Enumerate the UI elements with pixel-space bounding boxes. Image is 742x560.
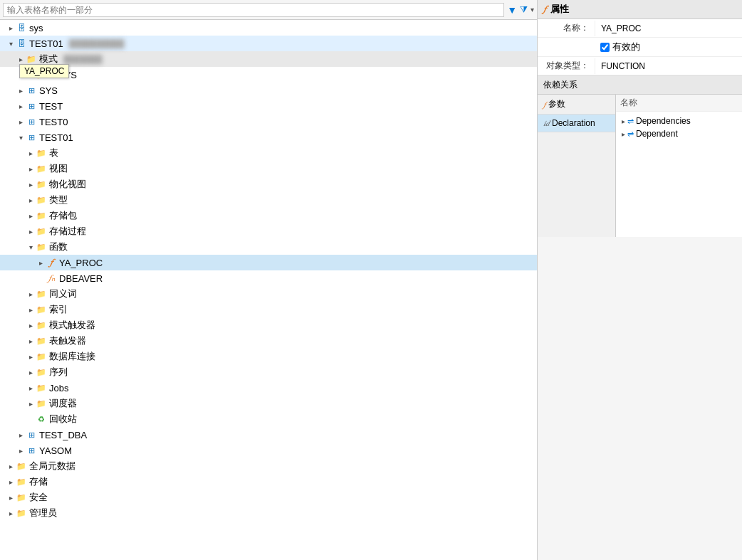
tree-node-admin[interactable]: ▸ 📁 管理员 xyxy=(0,505,537,521)
tree-label: 全局元数据 xyxy=(29,460,75,472)
tree-area[interactable]: ▸ 🗄 sys ▾ 🗄 TEST01 ██████████ ▸ 📁 模式 ███… xyxy=(0,20,537,560)
tree-node-security[interactable]: ▸ 📁 安全 xyxy=(0,490,537,505)
tree-label: 数据库连接 xyxy=(49,350,95,363)
db-icon: 🗄 xyxy=(16,22,27,33)
deps-item-1[interactable]: ▸ ⇌ Dependent xyxy=(619,127,739,140)
prop-row-valid: 有效的 xyxy=(538,38,742,57)
tree-node-yaproc[interactable]: ▸ 𝑓 YA_PROC xyxy=(0,255,537,270)
tree-node-schema[interactable]: ▸ 📁 模式 ███████ xyxy=(0,51,537,67)
expand-dblink[interactable]: ▸ xyxy=(26,353,36,361)
tree-node-test0[interactable]: ▸ ⊞ TEST0 xyxy=(0,114,537,130)
expand-proc[interactable]: ▸ xyxy=(26,228,36,236)
tree-label: 物化视图 xyxy=(49,178,86,191)
tree-node-global-meta[interactable]: ▸ 📁 全局元数据 xyxy=(0,458,537,474)
tree-node-sys2[interactable]: ▸ ⊞ SYS xyxy=(0,83,537,98)
expand-schema-trigger[interactable]: ▸ xyxy=(26,322,36,329)
folder-icon: 📁 xyxy=(36,366,47,378)
tree-node-yasom[interactable]: ▸ ⊞ YASOM xyxy=(0,443,537,458)
tree-node-sys[interactable]: ▸ 🗄 sys xyxy=(0,20,537,36)
expand-test[interactable]: ▸ xyxy=(16,102,26,110)
valid-checkbox[interactable] xyxy=(600,43,610,52)
folder-icon: 📁 xyxy=(36,226,47,237)
expand-package[interactable]: ▸ xyxy=(26,212,36,220)
dep-expand-arrow[interactable]: ▸ xyxy=(622,117,625,125)
search-input[interactable] xyxy=(3,3,504,17)
tree-node-sequence[interactable]: ▸ 📁 序列 xyxy=(0,364,537,380)
filter-funnel-icon[interactable]: ⧩ xyxy=(520,4,528,16)
filter-icon[interactable]: ▼ xyxy=(507,4,517,16)
dblink-icon: 📁 xyxy=(36,351,47,362)
tree-label: 存储包 xyxy=(49,209,77,222)
expand-test0[interactable]: ▸ xyxy=(16,118,26,126)
tree-node-dbeaver[interactable]: 𝑓ₙ DBEAVER xyxy=(0,270,537,286)
tree-node-test01-schema[interactable]: ▾ ⊞ TEST01 xyxy=(0,130,537,145)
expand-index[interactable]: ▸ xyxy=(26,306,36,314)
tree-node-index[interactable]: ▸ 📁 索引 xyxy=(0,302,537,317)
deps-label: 依赖关系 xyxy=(543,79,578,91)
tree-node-jobs[interactable]: ▸ 📁 Jobs xyxy=(0,380,537,396)
expand-jobs[interactable]: ▸ xyxy=(26,384,36,392)
tree-node-storage[interactable]: ▸ 📁 存储 xyxy=(0,474,537,490)
expand-synonym[interactable]: ▸ xyxy=(26,290,36,298)
expand-admin[interactable]: ▸ xyxy=(6,509,16,517)
props-func-icon: 𝑓 xyxy=(543,4,546,15)
expand-yasom[interactable]: ▸ xyxy=(16,447,26,455)
expand-table-trigger[interactable]: ▸ xyxy=(26,337,36,345)
dep-expand-arrow[interactable]: ▸ xyxy=(622,130,625,138)
tree-node-synonym[interactable]: ▸ 📁 同义词 xyxy=(0,286,537,302)
tree-node-type[interactable]: ▸ 📁 类型 xyxy=(0,192,537,208)
tree-label: TEST01 xyxy=(29,38,63,49)
expand-table[interactable]: ▸ xyxy=(26,149,36,157)
expand-mview[interactable]: ▸ xyxy=(26,181,36,189)
tree-node-dblink[interactable]: ▸ 📁 数据库连接 xyxy=(0,349,537,364)
expand-sequence[interactable]: ▸ xyxy=(26,369,36,376)
params-tab-label: 参数 xyxy=(548,98,565,110)
tree-node-view[interactable]: ▸ 📁 视图 xyxy=(0,161,537,176)
expand-test01s[interactable]: ▾ xyxy=(16,134,26,142)
folder-icon: 📁 xyxy=(36,382,47,393)
tree-node-testdba[interactable]: ▸ ⊞ TEST_DBA xyxy=(0,427,537,443)
expand-testdba[interactable]: ▸ xyxy=(16,431,26,439)
prop-type-value: FUNCTION xyxy=(595,58,742,74)
expand-view[interactable]: ▸ xyxy=(26,165,36,173)
tree-node-ellipsis-sys[interactable]: 📁 …SYS xyxy=(0,67,537,83)
tree-node-schema-trigger[interactable]: ▸ 📁 模式触发器 xyxy=(0,317,537,333)
tree-node-proc[interactable]: ▸ 📁 存储过程 xyxy=(0,223,537,239)
expand-func[interactable]: ▾ xyxy=(26,243,36,251)
right-panel: 𝑓 属性 名称： YA_PROC 有效的 对象类型： FUNCTION xyxy=(538,0,742,560)
expand-security[interactable]: ▸ xyxy=(6,494,16,502)
expand-yaproc[interactable]: ▸ xyxy=(36,259,46,267)
tree-node-package[interactable]: ▸ 📁 存储包 xyxy=(0,208,537,223)
expand-sys[interactable]: ▸ xyxy=(6,24,16,32)
deps-tab-declaration[interactable]: 𝑖𝑑 Declaration xyxy=(538,115,615,132)
tree-label: TEST xyxy=(39,101,63,112)
dropdown-arrow-icon[interactable]: ▾ xyxy=(531,6,534,14)
folder-icon: 📁 xyxy=(36,398,47,409)
deps-item-0[interactable]: ▸ ⇌ Dependencies xyxy=(619,115,739,127)
expand-schema[interactable]: ▸ xyxy=(16,56,26,63)
left-panel: ▼ ⧩ ▾ YA_PROC ▸ 🗄 sys ▾ 🗄 xyxy=(0,0,538,560)
schema-icon: ⊞ xyxy=(26,445,37,456)
expand-storage[interactable]: ▸ xyxy=(6,478,16,486)
tree-label: 回收站 xyxy=(49,413,77,426)
expand-type[interactable]: ▸ xyxy=(26,196,36,204)
tree-node-func[interactable]: ▾ 📁 函数 xyxy=(0,239,537,255)
tree-label: DBEAVER xyxy=(59,273,103,284)
tree-node-table-trigger[interactable]: ▸ 📁 表触发器 xyxy=(0,333,537,349)
tree-node-mview[interactable]: ▸ 📁 物化视图 xyxy=(0,176,537,192)
folder-icon: 📁 xyxy=(36,194,47,206)
folder-icon: 📁 xyxy=(36,335,47,347)
tree-node-recycle[interactable]: ♻ 回收站 xyxy=(0,411,537,427)
schema-icon: ⊞ xyxy=(26,100,37,112)
tree-label: 模式触发器 xyxy=(49,319,95,332)
tree-node-table[interactable]: ▸ 📁 表 xyxy=(0,145,537,161)
expand-sysitem[interactable]: ▸ xyxy=(16,87,26,95)
tree-node-test[interactable]: ▸ ⊞ TEST xyxy=(0,98,537,114)
deps-tab-params[interactable]: 𝑓 参数 xyxy=(538,95,615,115)
tree-node-test01-root[interactable]: ▾ 🗄 TEST01 ██████████ xyxy=(0,36,537,51)
expand-test01[interactable]: ▾ xyxy=(6,40,16,48)
expand-global-meta[interactable]: ▸ xyxy=(6,463,16,470)
expand-scheduler[interactable]: ▸ xyxy=(26,400,36,408)
tree-node-scheduler[interactable]: ▸ 📁 调度器 xyxy=(0,396,537,411)
prop-name-value[interactable]: YA_PROC xyxy=(595,21,742,36)
